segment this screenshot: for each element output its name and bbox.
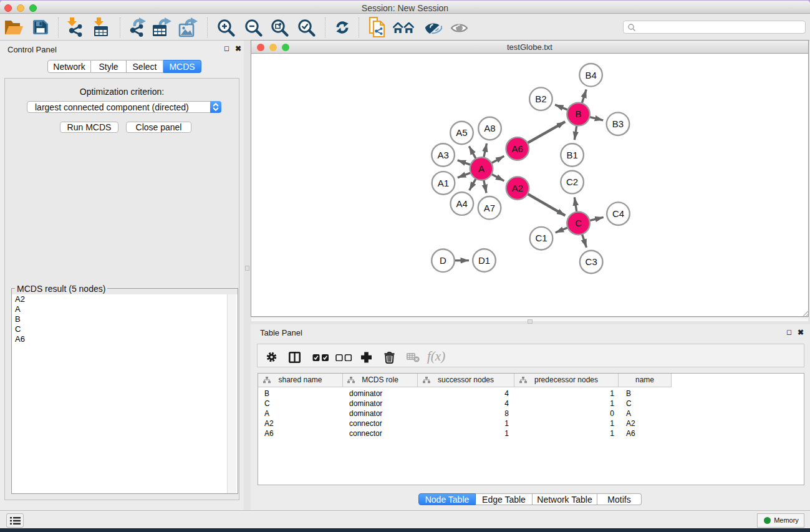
svg-text:A8: A8 [484, 123, 495, 133]
svg-text:A6: A6 [512, 143, 523, 154]
svg-text:C1: C1 [535, 233, 547, 243]
svg-text:C2: C2 [566, 177, 578, 187]
svg-text:C: C [575, 218, 582, 228]
svg-text:A3: A3 [437, 150, 448, 160]
svg-text:A: A [478, 163, 485, 174]
svg-text:A7: A7 [484, 203, 495, 213]
svg-text:A1: A1 [438, 178, 449, 188]
svg-text:A5: A5 [456, 127, 467, 138]
svg-text:A4: A4 [456, 198, 468, 209]
svg-text:B2: B2 [535, 94, 546, 104]
svg-text:C4: C4 [612, 208, 624, 219]
svg-text:D1: D1 [478, 255, 490, 266]
svg-text:B1: B1 [566, 150, 577, 160]
svg-text:B4: B4 [585, 70, 596, 80]
svg-text:A2: A2 [512, 183, 523, 193]
svg-text:B: B [576, 109, 582, 119]
svg-text:B3: B3 [612, 118, 624, 129]
svg-text:D: D [440, 255, 446, 266]
svg-text:C3: C3 [586, 256, 597, 267]
